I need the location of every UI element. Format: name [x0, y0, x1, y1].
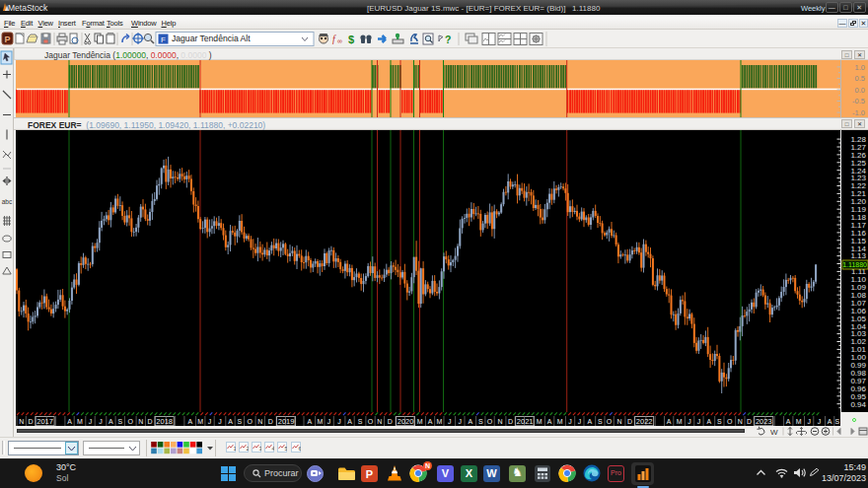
svg-text:M: M	[557, 418, 563, 425]
svg-text:J: J	[89, 418, 93, 425]
svg-text:M: M	[197, 418, 203, 425]
svg-text:M: M	[417, 418, 423, 425]
svg-text:A: A	[786, 418, 791, 425]
svg-text:abc: abc	[2, 198, 13, 205]
svg-text:M: M	[436, 418, 442, 425]
svg-text:A: A	[187, 418, 192, 425]
svg-text:2: 2	[246, 446, 249, 452]
svg-text:A: A	[347, 418, 352, 425]
svg-text:S: S	[358, 418, 363, 425]
svg-text:M: M	[537, 418, 542, 425]
svg-text:M: M	[796, 418, 802, 425]
svg-text:1: 1	[233, 446, 236, 452]
svg-text:N: N	[138, 418, 143, 425]
svg-text:∞: ∞	[337, 37, 342, 44]
svg-text:A: A	[587, 418, 592, 425]
svg-text:A: A	[108, 418, 113, 425]
svg-text:A: A	[428, 418, 433, 425]
svg-text:J: J	[327, 418, 331, 425]
svg-text:2020: 2020	[398, 417, 414, 426]
svg-text:J: J	[459, 418, 463, 425]
svg-text:-1.0: -1.0	[852, 108, 865, 117]
svg-text:A: A	[828, 418, 832, 425]
svg-text:M: M	[677, 418, 683, 425]
svg-text:-0.5: -0.5	[852, 97, 865, 105]
svg-text:J: J	[568, 418, 572, 425]
svg-text:D: D	[508, 418, 513, 425]
svg-text:1.13: 1.13	[850, 251, 866, 260]
svg-text:1.0: 1.0	[855, 63, 865, 72]
svg-text:0.0: 0.0	[855, 86, 865, 95]
svg-text:J: J	[337, 418, 341, 425]
svg-text:2021: 2021	[517, 417, 534, 426]
svg-text:A: A	[667, 418, 672, 425]
svg-text:2023: 2023	[756, 417, 772, 426]
svg-text:2022: 2022	[636, 417, 653, 426]
svg-text:P: P	[4, 35, 10, 44]
svg-text:F: F	[161, 35, 166, 44]
svg-text:Jaguar Tendência Alt: Jaguar Tendência Alt	[172, 34, 251, 43]
svg-text:S: S	[478, 418, 483, 425]
svg-text:6: 6	[298, 446, 301, 452]
svg-text:0.5: 0.5	[855, 74, 865, 83]
svg-text:S: S	[237, 418, 242, 425]
svg-text:M: M	[317, 418, 323, 425]
svg-text:2017: 2017	[36, 417, 53, 426]
svg-text:D: D	[388, 418, 393, 425]
svg-text:J: J	[807, 418, 811, 425]
svg-text:O: O	[368, 418, 374, 425]
svg-text:N: N	[257, 418, 262, 425]
svg-text:N: N	[19, 418, 24, 425]
svg-text:J: J	[208, 418, 212, 425]
svg-text:0.94: 0.94	[850, 399, 866, 408]
svg-text:A: A	[468, 418, 472, 425]
svg-text:W: W	[770, 428, 778, 437]
svg-text:?: ?	[445, 34, 451, 45]
svg-text:O: O	[487, 418, 493, 425]
svg-text:O: O	[127, 418, 133, 425]
svg-text:3: 3	[259, 446, 262, 452]
svg-text:J: J	[687, 418, 691, 425]
svg-text:O: O	[727, 418, 733, 425]
svg-text:J: J	[448, 418, 452, 425]
svg-text:5: 5	[285, 446, 288, 452]
svg-text:S: S	[835, 418, 840, 425]
svg-text:N: N	[497, 418, 502, 425]
svg-text:D: D	[627, 418, 632, 425]
svg-text:2019: 2019	[278, 417, 295, 426]
svg-text:N: N	[738, 418, 743, 425]
svg-text:A: A	[547, 418, 552, 425]
svg-text:4: 4	[272, 446, 275, 452]
svg-text:J: J	[818, 418, 822, 425]
svg-text:D: D	[747, 418, 752, 425]
svg-text:1.11880: 1.11880	[842, 261, 867, 268]
svg-text:N: N	[617, 418, 622, 425]
svg-text:A: A	[307, 418, 312, 425]
svg-text:D: D	[268, 418, 273, 425]
svg-text:f: f	[332, 34, 336, 44]
svg-text:A: A	[228, 418, 233, 425]
svg-text:J: J	[697, 418, 701, 425]
svg-text:S: S	[117, 418, 122, 425]
svg-text:N: N	[377, 418, 382, 425]
svg-text:2018: 2018	[156, 417, 173, 426]
svg-text:$: $	[348, 34, 354, 45]
svg-text:J: J	[578, 418, 582, 425]
svg-text:O: O	[248, 418, 253, 425]
svg-text:A: A	[67, 418, 72, 425]
svg-text:J: J	[99, 418, 103, 425]
svg-text:M: M	[77, 418, 83, 425]
svg-text:O: O	[607, 418, 613, 425]
svg-text:D: D	[28, 418, 33, 425]
svg-text:A: A	[707, 418, 712, 425]
svg-text:D: D	[147, 418, 152, 425]
svg-text:J: J	[218, 418, 222, 425]
svg-text:S: S	[598, 418, 603, 425]
svg-text:S: S	[717, 418, 722, 425]
